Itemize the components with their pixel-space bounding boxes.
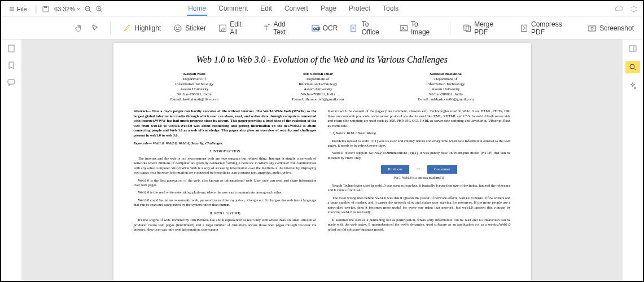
- zoom-value: 63.32%: [54, 6, 75, 12]
- hand-tool-icon[interactable]: [75, 24, 83, 33]
- authors-row: Keshab NathDepartment ofInformation Tech…: [134, 72, 511, 103]
- svg-point-21: [630, 64, 634, 69]
- addtext-label: Add Text: [273, 20, 298, 36]
- toimage-button[interactable]: To Image: [397, 19, 440, 38]
- toimage-label: To Image: [411, 20, 437, 36]
- addtext-button[interactable]: Add Text: [260, 19, 301, 38]
- merge-label: Merge PDF: [474, 20, 507, 36]
- svg-text:OCR: OCR: [313, 27, 320, 30]
- file-label: File: [17, 6, 27, 12]
- figure-caption: Fig 1: Web1.0 is a one-way platform [1]: [328, 176, 511, 180]
- merge-button[interactable]: Merge PDF: [461, 19, 510, 38]
- section-web10: II. WEB 1.0 (PUSH): [134, 211, 317, 215]
- tab-edit[interactable]: Edit: [259, 2, 273, 16]
- zoom-level[interactable]: 63.32%: [54, 6, 81, 12]
- pdf-page: Web 1.0 to Web 3.0 - Evolution of the We…: [113, 43, 531, 281]
- tab-home[interactable]: Home: [187, 2, 207, 16]
- thumbnails-icon[interactable]: [7, 44, 16, 53]
- file-menu[interactable]: File: [6, 5, 30, 14]
- compress-label: Compress PDF: [531, 20, 575, 36]
- tab-protect[interactable]: Protect: [348, 2, 371, 16]
- tooffice-button[interactable]: To Office: [348, 19, 389, 38]
- screenshot-button[interactable]: Screenshot: [585, 22, 636, 34]
- zoom-in-icon[interactable]: [95, 5, 103, 13]
- chevron-down-icon: [76, 7, 81, 11]
- panel-icon[interactable]: [628, 44, 637, 53]
- tab-page[interactable]: Page: [319, 2, 338, 16]
- sticker-button[interactable]: Sticker: [171, 22, 208, 34]
- consumer-box: Consumer: [427, 165, 457, 174]
- editall-button[interactable]: Edit All: [216, 19, 252, 38]
- zoom-out-icon[interactable]: [84, 5, 92, 13]
- svg-point-17: [591, 27, 593, 29]
- tab-tools[interactable]: Tools: [382, 2, 400, 16]
- document-viewer[interactable]: Web 1.0 to Web 3.0 - Evolution of the We…: [21, 39, 623, 281]
- paper-title: Web 1.0 to Web 3.0 - Evolution of the We…: [134, 54, 511, 66]
- arrow-icon: →: [415, 165, 422, 174]
- compress-button[interactable]: Compress PDF: [518, 19, 578, 38]
- ocr-button[interactable]: OCROCR: [309, 22, 340, 34]
- svg-rect-18: [8, 45, 14, 52]
- ocr-label: OCR: [323, 24, 338, 32]
- tab-comment[interactable]: Comment: [217, 2, 249, 16]
- svg-rect-15: [522, 25, 527, 31]
- tab-convert[interactable]: Convert: [283, 2, 309, 16]
- figure-1: Producer → Consumer: [328, 165, 511, 174]
- svg-rect-7: [220, 25, 226, 31]
- save-icon[interactable]: [42, 5, 50, 13]
- sticker-label: Sticker: [185, 24, 206, 32]
- tooffice-label: To Office: [362, 20, 387, 36]
- select-tool-icon[interactable]: [91, 24, 99, 33]
- highlight-button[interactable]: Highlight: [121, 22, 164, 34]
- svg-rect-10: [351, 25, 356, 31]
- svg-point-5: [177, 27, 177, 28]
- subsection: 1) Where Web1.0 Went Wrong: [328, 131, 511, 135]
- screenshot-label: Screenshot: [599, 24, 634, 32]
- svg-point-4: [174, 25, 181, 32]
- svg-point-6: [179, 27, 179, 28]
- collapse-icon[interactable]: [629, 5, 638, 14]
- svg-rect-20: [629, 46, 636, 51]
- producer-box: Producer: [381, 165, 409, 174]
- cloud-icon[interactable]: [615, 5, 624, 14]
- svg-rect-19: [8, 80, 15, 84]
- keywords: Keywords— Web1.0, Web2.0, Web3.0, Securi…: [134, 141, 317, 146]
- svg-rect-16: [589, 26, 595, 31]
- svg-rect-1: [44, 6, 47, 8]
- section-intro: I. INTRODUCTION: [134, 149, 317, 153]
- editall-label: Edit All: [230, 20, 249, 36]
- highlight-label: Highlight: [135, 24, 161, 32]
- abstract: Abstract— Now a day's people can hardly …: [134, 109, 317, 138]
- search-button[interactable]: [625, 61, 640, 73]
- ai-icon[interactable]: [628, 81, 637, 90]
- comments-icon[interactable]: [7, 78, 16, 87]
- bookmark-icon[interactable]: [7, 61, 16, 70]
